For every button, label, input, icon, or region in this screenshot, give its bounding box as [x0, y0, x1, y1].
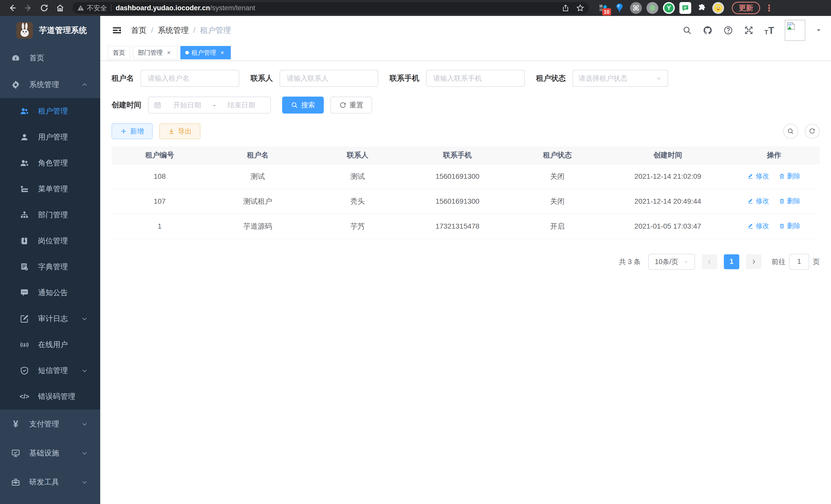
sidebar-item-home[interactable]: 首页: [0, 45, 100, 71]
extension-grid-icon[interactable]: 10: [597, 2, 609, 14]
home-icon: [56, 4, 64, 12]
chevron-down-icon: [81, 316, 88, 322]
address-bar[interactable]: 不安全 dashboard.yudao.iocoder.cn/system/te…: [73, 2, 589, 14]
next-page-button[interactable]: [746, 254, 762, 269]
breadcrumb-system[interactable]: 系统管理: [158, 25, 189, 36]
sidebar-item-system[interactable]: 系统管理: [0, 71, 100, 98]
github-icon[interactable]: [703, 25, 713, 35]
extensions-puzzle-icon[interactable]: [696, 2, 708, 14]
chevron-left-icon: [706, 259, 713, 265]
col-create-time: 创建时间: [607, 146, 728, 164]
dashboard-icon: [11, 53, 21, 63]
tab-tenant[interactable]: 租户管理 ×: [180, 46, 231, 59]
sidebar-item-dev-tools[interactable]: 研发工具: [0, 468, 100, 497]
page-size-select[interactable]: 10条/页: [648, 254, 695, 270]
toggle-search-button[interactable]: [783, 124, 798, 139]
browser-forward-button[interactable]: [22, 1, 35, 14]
col-actions: 操作: [728, 146, 820, 164]
refresh-table-button[interactable]: [805, 124, 820, 139]
page-number-1[interactable]: 1: [724, 254, 739, 269]
start-date[interactable]: 开始日期: [164, 100, 211, 110]
edit-link[interactable]: 修改: [747, 197, 769, 206]
extension-pin-icon[interactable]: [613, 2, 625, 14]
browser-home-button[interactable]: [53, 1, 67, 14]
sidebar-item-infrastructure[interactable]: 基础设施: [0, 439, 100, 468]
sidebar-item-error-code[interactable]: </> 错误码管理: [0, 384, 100, 410]
contact-input[interactable]: [280, 70, 378, 87]
profile-avatar[interactable]: [712, 2, 724, 14]
sidebar-item-dept[interactable]: 部门管理: [0, 202, 100, 228]
edit-note-icon: [20, 314, 29, 324]
export-button[interactable]: 导出: [159, 123, 200, 139]
edit-link[interactable]: 修改: [747, 221, 769, 230]
fullscreen-icon[interactable]: [744, 25, 754, 35]
goto-label: 前往: [772, 257, 785, 266]
active-dot: [185, 51, 189, 55]
user-avatar[interactable]: [785, 20, 805, 41]
edit-icon: [747, 173, 754, 179]
col-mobile: 联系手机: [407, 146, 508, 164]
sidebar-item-notice[interactable]: 通知公告: [0, 280, 100, 306]
col-status: 租户状态: [508, 146, 607, 164]
delete-link[interactable]: 删除: [779, 172, 800, 181]
broken-image-icon: [786, 21, 796, 31]
sidebar-item-user[interactable]: 用户管理: [0, 124, 100, 150]
tab-home[interactable]: 首页: [108, 46, 130, 59]
status-select[interactable]: 请选择租户状态: [573, 70, 668, 87]
sidebar-item-menu[interactable]: 菜单管理: [0, 176, 100, 202]
chevron-down-icon: [81, 367, 88, 374]
prev-page-button[interactable]: [702, 254, 717, 269]
bookmark-star-icon[interactable]: [576, 4, 584, 12]
tenant-name-input[interactable]: [141, 70, 239, 87]
sidebar-item-post[interactable]: 岗位管理: [0, 228, 100, 254]
sidebar-item-sms[interactable]: 短信管理: [0, 358, 100, 384]
pagination: 共 3 条 10条/页 1 前往: [112, 254, 820, 270]
extension-chat-icon[interactable]: [679, 2, 691, 14]
extension-badge: 10: [602, 8, 611, 16]
plus-icon: [120, 128, 127, 135]
share-icon[interactable]: [562, 4, 569, 12]
logo-image: [17, 22, 33, 38]
create-time-label: 创建时间: [112, 100, 141, 110]
browser-chrome: 不安全 dashboard.yudao.iocoder.cn/system/te…: [0, 0, 831, 16]
header-search-icon[interactable]: [682, 25, 692, 35]
browser-menu-icon[interactable]: ⋮: [765, 3, 774, 13]
extension-command-icon[interactable]: ⌘: [630, 2, 642, 14]
breadcrumb-home[interactable]: 首页: [131, 25, 146, 36]
avatar-caret-icon[interactable]: [815, 27, 822, 33]
sidebar-item-tenant[interactable]: 租户管理: [0, 98, 100, 124]
sidebar-item-online-users[interactable]: 在线用户: [0, 332, 100, 358]
sidebar-item-payment[interactable]: ¥ 支付管理: [0, 410, 100, 439]
code-icon: </>: [20, 392, 29, 402]
help-icon[interactable]: [723, 25, 733, 35]
goto-page-input[interactable]: [789, 254, 809, 270]
delete-link[interactable]: 删除: [779, 221, 800, 230]
add-button[interactable]: 新增: [112, 123, 153, 139]
extension-dot-icon[interactable]: [647, 2, 658, 14]
close-icon[interactable]: ×: [165, 49, 172, 56]
search-button[interactable]: 搜索: [282, 97, 324, 114]
chevron-up-icon: [81, 82, 88, 88]
security-chip[interactable]: 不安全: [77, 4, 107, 12]
sidebar-fold-icon[interactable]: [112, 25, 123, 36]
sidebar-logo[interactable]: 芋道管理系统: [0, 16, 100, 45]
font-size-icon[interactable]: TT: [764, 25, 774, 35]
extension-y-icon[interactable]: Y: [663, 2, 675, 14]
tree-list-icon: [20, 184, 29, 194]
sidebar-item-dict[interactable]: 字典管理: [0, 254, 100, 280]
edit-icon: [747, 223, 754, 229]
sidebar-item-role[interactable]: 角色管理: [0, 150, 100, 176]
date-range-picker[interactable]: 开始日期 - 结束日期: [148, 97, 271, 114]
trash-icon: [779, 198, 785, 204]
reset-button[interactable]: 重置: [331, 97, 372, 114]
mobile-input[interactable]: [426, 70, 525, 87]
browser-back-button[interactable]: [6, 1, 19, 14]
delete-link[interactable]: 删除: [779, 197, 800, 206]
close-icon[interactable]: ×: [219, 49, 226, 56]
sidebar-item-audit-log[interactable]: 审计日志: [0, 306, 100, 332]
end-date[interactable]: 结束日期: [218, 100, 265, 110]
browser-update-button[interactable]: 更新: [732, 2, 760, 14]
browser-reload-button[interactable]: [37, 1, 51, 14]
tab-dept[interactable]: 部门管理 ×: [133, 46, 177, 59]
edit-link[interactable]: 修改: [747, 172, 769, 181]
